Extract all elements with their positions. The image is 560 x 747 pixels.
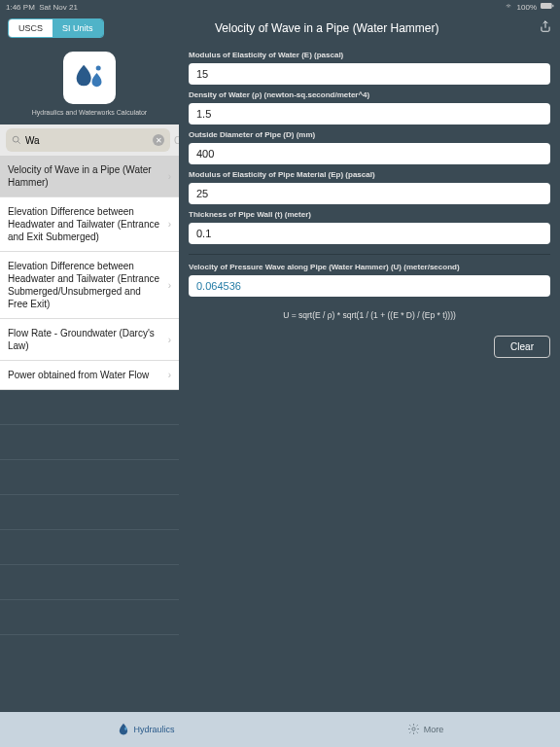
list-item[interactable]: Flow Rate - Groundwater (Darcy's Law)›: [0, 319, 179, 361]
modulus-pipe-input[interactable]: [189, 183, 550, 204]
field-label: Modulus of Elasticity of Pipe Material (…: [189, 170, 550, 179]
svg-rect-1: [552, 5, 553, 7]
divider: [189, 254, 550, 255]
diameter-pipe-input[interactable]: [189, 143, 550, 164]
tabbar: Hydraulics More: [0, 712, 560, 747]
status-date: Sat Nov 21: [39, 3, 78, 12]
list-item-label: Flow Rate - Groundwater (Darcy's Law): [8, 327, 168, 352]
svg-point-4: [412, 727, 415, 729]
app-logo-icon: [63, 52, 116, 104]
sidebar-fill: [0, 390, 179, 728]
calculator-list: Velocity of Wave in a Pipe (Water Hammer…: [0, 156, 179, 390]
formula-text: U = sqrt(E / ρ) * sqrt(1 / (1 + ((E * D)…: [189, 310, 550, 320]
density-water-input[interactable]: [189, 103, 550, 124]
tab-hydraulics[interactable]: Hydraulics: [117, 722, 175, 737]
tab-more[interactable]: More: [407, 723, 444, 737]
modulus-water-input[interactable]: [189, 63, 550, 85]
field-label: Density of Water (ρ) (newton-sq.second/m…: [189, 90, 550, 99]
list-item[interactable]: Power obtained from Water Flow›: [0, 361, 179, 390]
list-item[interactable]: Elevation Difference between Headwater a…: [0, 252, 179, 319]
result-output[interactable]: [189, 275, 550, 297]
chevron-right-icon: ›: [168, 219, 171, 230]
search-box[interactable]: ✕: [6, 128, 170, 152]
battery-pct: 100%: [517, 3, 537, 12]
app-caption: Hydraulics and Waterworks Calculator: [32, 109, 147, 116]
seg-si[interactable]: SI Units: [52, 19, 103, 37]
status-bar: 1:46 PM Sat Nov 21 100%: [0, 0, 560, 14]
seg-uscs[interactable]: USCS: [9, 19, 52, 37]
chevron-right-icon: ›: [168, 335, 171, 345]
gear-icon: [407, 723, 420, 737]
list-item[interactable]: Elevation Difference between Headwater a…: [0, 197, 179, 252]
sidebar: Hydraulics and Waterworks Calculator ✕ C…: [0, 43, 179, 728]
tab-label: Hydraulics: [134, 725, 175, 734]
field-label: Modulus of Elasticity of Water (E) (pasc…: [189, 51, 550, 59]
list-item[interactable]: Velocity of Wave in a Pipe (Water Hammer…: [0, 156, 179, 197]
share-icon[interactable]: [539, 19, 552, 37]
header: USCS SI Units Velocity of Wave in a Pipe…: [0, 14, 560, 43]
search-icon: [12, 131, 21, 149]
search-input[interactable]: [25, 135, 149, 146]
list-item-label: Elevation Difference between Headwater a…: [8, 260, 168, 310]
droplet-icon: [117, 722, 130, 737]
chevron-right-icon: ›: [168, 370, 171, 380]
content: Modulus of Elasticity of Water (E) (pasc…: [179, 43, 560, 728]
tab-label: More: [424, 725, 444, 734]
clear-button[interactable]: Clear: [494, 336, 550, 358]
list-item-label: Power obtained from Water Flow: [8, 369, 155, 381]
status-time: 1:46 PM: [6, 3, 35, 12]
result-label: Velocity of Pressure Wave along Pipe (Wa…: [189, 263, 550, 271]
clear-search-icon[interactable]: ✕: [153, 134, 164, 146]
list-item-label: Velocity of Wave in a Pipe (Water Hammer…: [8, 163, 168, 189]
chevron-right-icon: ›: [168, 280, 171, 291]
app-logo-box: Hydraulics and Waterworks Calculator: [0, 43, 179, 124]
unit-segmented-control[interactable]: USCS SI Units: [8, 18, 104, 38]
svg-rect-0: [541, 3, 552, 9]
chevron-right-icon: ›: [168, 171, 171, 182]
battery-icon: [541, 2, 554, 12]
page-title: Velocity of Wave in a Pipe (Water Hammer…: [116, 21, 539, 35]
wifi-icon: [504, 2, 513, 12]
search-row: ✕ Cancel: [0, 124, 179, 156]
svg-point-3: [13, 136, 18, 142]
thickness-wall-input[interactable]: [189, 223, 550, 244]
field-label: Outside Diameter of Pipe (D) (mm): [189, 130, 550, 139]
list-item-label: Elevation Difference between Headwater a…: [8, 205, 168, 243]
svg-point-2: [96, 66, 101, 71]
field-label: Thickness of Pipe Wall (t) (meter): [189, 210, 550, 219]
